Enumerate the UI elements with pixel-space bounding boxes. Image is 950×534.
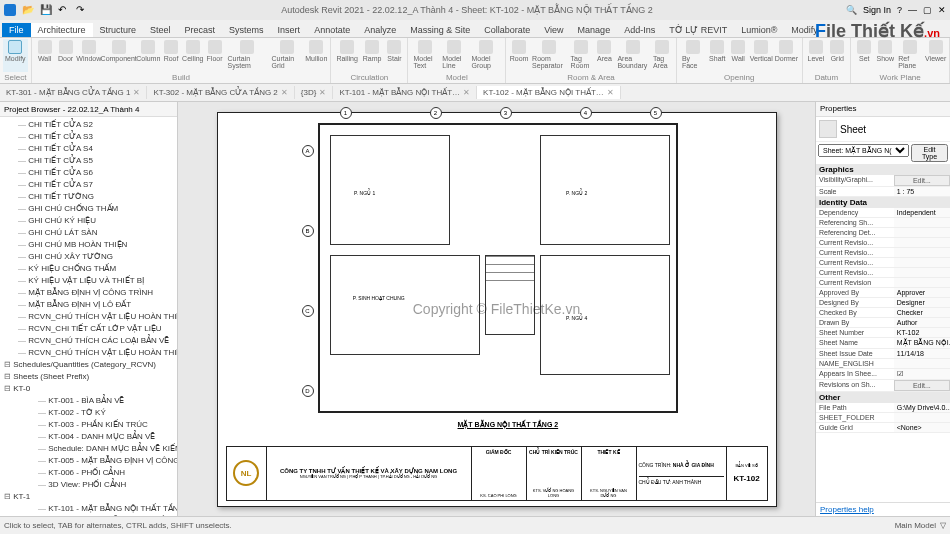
browser-item[interactable]: CHI TIẾT CỬA S5 <box>0 154 177 166</box>
properties-help-link[interactable]: Properties help <box>816 502 950 516</box>
door-button[interactable]: Door <box>56 39 76 72</box>
room-button[interactable]: Room <box>509 39 529 72</box>
prop-value[interactable]: <None> <box>894 423 950 432</box>
browser-item[interactable]: KT-002 - TỜ KÝ <box>0 406 177 418</box>
viewer-button[interactable]: Viewer <box>925 39 946 72</box>
browser-tree[interactable]: CHI TIẾT CỬA S2CHI TIẾT CỬA S3CHI TIẾT C… <box>0 117 177 516</box>
browser-item[interactable]: GHI CHÚ XÂY TƯỜNG <box>0 250 177 262</box>
close-icon[interactable]: ✕ <box>938 5 946 15</box>
prop-value[interactable]: Designer <box>894 298 950 307</box>
shaft-button[interactable]: Shaft <box>707 39 727 72</box>
modelgroup-button[interactable]: Model Group <box>470 39 503 72</box>
prop-value[interactable]: MẶT BẰNG NỘI... <box>894 338 950 348</box>
ribbon-tab-systems[interactable]: Systems <box>222 23 271 37</box>
save-icon[interactable]: 💾 <box>40 4 52 16</box>
ribbon-tab-collaborate[interactable]: Collaborate <box>477 23 537 37</box>
vertical-button[interactable]: Vertical <box>749 39 773 72</box>
browser-item[interactable]: KÝ HIỆU CHỐNG THẤM <box>0 262 177 274</box>
properties-filter[interactable]: Sheet: MẶT BẰNG N( <box>818 144 909 157</box>
areaboundary-button[interactable]: Area Boundary <box>615 39 649 72</box>
ceiling-button[interactable]: Ceiling <box>182 39 203 72</box>
area-button[interactable]: Area <box>594 39 614 72</box>
prop-value[interactable] <box>894 413 950 422</box>
byface-button[interactable]: By Face <box>680 39 706 72</box>
prop-edit-button[interactable]: Edit... <box>894 175 950 186</box>
ribbon-tab-insert[interactable]: Insert <box>271 23 308 37</box>
grid-button[interactable]: Grid <box>827 39 847 72</box>
wall-button[interactable]: Wall <box>35 39 55 72</box>
column-button[interactable]: Column <box>136 39 160 72</box>
redo-icon[interactable]: ↷ <box>76 4 88 16</box>
component-button[interactable]: Component <box>102 39 136 72</box>
ribbon-tab-structure[interactable]: Structure <box>93 23 144 37</box>
prop-value[interactable]: ☑ <box>894 369 950 379</box>
close-tab-icon[interactable]: ✕ <box>281 88 288 97</box>
browser-item[interactable]: KT-101 - MẶT BẰNG NỘI THẤT TẦNG 1 <box>0 502 177 514</box>
type-selector[interactable]: Sheet <box>816 117 950 142</box>
open-icon[interactable]: 📂 <box>22 4 34 16</box>
prop-value[interactable] <box>894 248 950 257</box>
browser-item[interactable]: RCVN_CHÚ THÍCH VẬT LIỆU HOÀN THIỆN <box>0 310 177 322</box>
browser-item[interactable]: RCVN_CHÚ THÍCH VẬT LIỆU HOÀN THIỆN 2 <box>0 346 177 358</box>
ribbon-tab-precast[interactable]: Precast <box>178 23 223 37</box>
browser-item[interactable]: Schedules/Quantities (Category_RCVN) <box>0 358 177 370</box>
wall-button[interactable]: Wall <box>728 39 748 72</box>
ribbon-tab-tlrevit[interactable]: TỜ LỰ REVIT <box>662 23 734 37</box>
prop-value[interactable] <box>894 228 950 237</box>
prop-value[interactable] <box>894 218 950 227</box>
prop-value[interactable]: Approver <box>894 288 950 297</box>
browser-item[interactable]: MẶT BẰNG ĐỊNH VỊ LÔ ĐẤT <box>0 298 177 310</box>
roof-button[interactable]: Roof <box>161 39 181 72</box>
prop-value[interactable] <box>894 238 950 247</box>
browser-item[interactable]: KT-005 - MẶT BẰNG ĐỊNH VỊ CÔNG TRÌNH <box>0 454 177 466</box>
browser-item[interactable]: 3D View: PHỐI CẢNH <box>0 478 177 490</box>
ribbon-tab-massingsite[interactable]: Massing & Site <box>403 23 477 37</box>
tagarea-button[interactable]: Tag Area <box>651 39 673 72</box>
roomseparator-button[interactable]: Room Separator <box>530 39 568 72</box>
doc-tab[interactable]: KT-301 - MẶT BẰNG CỬA TẦNG 1✕ <box>0 86 147 99</box>
browser-item[interactable]: KT-001 - BÌA BẢN VẼ <box>0 394 177 406</box>
doc-tab[interactable]: KT-102 - MẶT BẰNG NỘI THẤT…✕ <box>477 86 621 99</box>
minimize-icon[interactable]: — <box>908 5 917 15</box>
signin-link[interactable]: Sign In <box>863 5 891 15</box>
tagroom-button[interactable]: Tag Room <box>569 39 594 72</box>
refplane-button[interactable]: Ref Plane <box>896 39 924 72</box>
browser-item[interactable]: KÝ HIỆU VẬT LIỆU VÀ THIẾT BỊ <box>0 274 177 286</box>
ribbon-tab-architecture[interactable]: Architecture <box>31 23 93 37</box>
dormer-button[interactable]: Dormer <box>774 39 798 72</box>
window-button[interactable]: Window <box>77 39 101 72</box>
doc-tab[interactable]: KT-101 - MẶT BẰNG NỘI THẤT…✕ <box>333 86 477 99</box>
edit-type-button[interactable]: Edit Type <box>911 144 948 162</box>
ribbon-tab-manage[interactable]: Manage <box>571 23 618 37</box>
revit-icon[interactable] <box>4 4 16 16</box>
maximize-icon[interactable]: ▢ <box>923 5 932 15</box>
browser-item[interactable]: CHI TIẾT TƯỜNG <box>0 190 177 202</box>
prop-value[interactable]: Author <box>894 318 950 327</box>
browser-item[interactable]: KT-004 - DANH MỤC BẢN VẼ <box>0 430 177 442</box>
ribbon-tab-annotate[interactable]: Annotate <box>307 23 357 37</box>
ribbon-tab-steel[interactable]: Steel <box>143 23 178 37</box>
close-tab-icon[interactable]: ✕ <box>133 88 140 97</box>
ribbon-tab-view[interactable]: View <box>537 23 570 37</box>
set-button[interactable]: Set <box>854 39 874 72</box>
ribbon-tab-file[interactable]: File <box>2 23 31 37</box>
prop-value[interactable] <box>894 278 950 287</box>
close-tab-icon[interactable]: ✕ <box>607 88 614 97</box>
browser-item[interactable]: Sheets (Sheet Prefix) <box>0 370 177 382</box>
stair-button[interactable]: Stair <box>384 39 404 72</box>
doc-tab[interactable]: KT-302 - MẶT BẰNG CỬA TẦNG 2✕ <box>147 86 294 99</box>
prop-value[interactable]: KT-102 <box>894 328 950 337</box>
modeltext-button[interactable]: Model Text <box>411 39 439 72</box>
prop-edit-button[interactable]: Edit... <box>894 380 950 391</box>
show-button[interactable]: Show <box>875 39 895 72</box>
worksets-dropdown[interactable]: Main Model <box>895 521 936 530</box>
browser-item[interactable]: CHI TIẾT CỬA S6 <box>0 166 177 178</box>
browser-item[interactable]: GHI CHÚ LÁT SÀN <box>0 226 177 238</box>
browser-item[interactable]: KT-006 - PHỐI CẢNH <box>0 466 177 478</box>
browser-item[interactable]: GHI CHÚ MB HOÀN THIỆN <box>0 238 177 250</box>
close-tab-icon[interactable]: ✕ <box>463 88 470 97</box>
modify-button[interactable]: Modify <box>3 39 28 72</box>
floor-button[interactable]: Floor <box>205 39 225 72</box>
prop-value[interactable]: Independent <box>894 208 950 217</box>
ribbon-tab-addins[interactable]: Add-Ins <box>617 23 662 37</box>
